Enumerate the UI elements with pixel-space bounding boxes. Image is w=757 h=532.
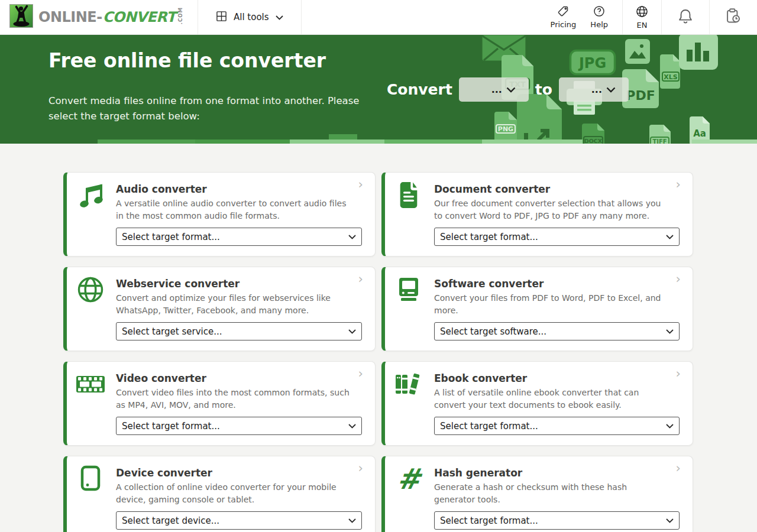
hero-bottom-strip xyxy=(0,140,757,144)
card-webservice-converter[interactable]: › Webservice converter Convert and optim… xyxy=(63,267,376,351)
language-label: EN xyxy=(637,21,648,30)
help-label: Help xyxy=(590,20,608,29)
target-device-select[interactable]: Select target device... xyxy=(116,511,362,530)
card-software-converter[interactable]: › Software converter Convert your files … xyxy=(381,267,693,351)
svg-text:PDF: PDF xyxy=(626,88,655,103)
quick-convert-bar: Convert ... to ... xyxy=(387,77,629,102)
tag-icon xyxy=(557,5,569,19)
card-description: Convert your files from PDF to Word, PDF… xyxy=(434,292,680,317)
target-format-select[interactable]: Select target format... xyxy=(116,228,362,246)
svg-text:XLS: XLS xyxy=(664,73,677,81)
all-tools-menu[interactable]: All tools xyxy=(198,0,302,34)
conversion-queue-button[interactable] xyxy=(710,8,757,27)
brand-online: ONLINE- xyxy=(38,9,102,25)
books-icon xyxy=(394,369,423,399)
globe-icon xyxy=(76,275,105,304)
hero-banner: JPG XLS PDF xyxy=(0,35,757,144)
convert-label: Convert xyxy=(387,81,452,98)
image-icon xyxy=(625,39,650,64)
card-description: A collection of online video converter f… xyxy=(116,481,362,506)
brand-tld: .COM xyxy=(177,7,183,24)
target-format-select[interactable]: Select target format... xyxy=(116,417,362,435)
chevron-down-icon xyxy=(606,87,616,93)
target-format-select[interactable]: Select target format... xyxy=(434,511,680,530)
target-format-value: ... xyxy=(591,84,602,95)
brand-convert: CONVERT xyxy=(103,9,176,25)
chevron-down-icon xyxy=(506,87,516,93)
converter-list: › Audio converter A versatile online aud… xyxy=(0,144,757,532)
pricing-label: Pricing xyxy=(551,20,577,29)
target-service-select[interactable]: Select target service... xyxy=(116,322,362,340)
document-icon xyxy=(394,180,423,210)
card-video-converter[interactable]: › Video converter Convert video files in… xyxy=(63,361,376,446)
card-title: Webservice converter xyxy=(116,278,362,290)
bar-chart-icon xyxy=(679,35,718,70)
question-circle-icon xyxy=(593,5,605,19)
chevron-right-icon[interactable]: › xyxy=(676,273,681,286)
svg-text:PNG: PNG xyxy=(498,125,513,133)
globe-icon xyxy=(636,5,648,20)
pricing-link[interactable]: Pricing xyxy=(544,5,584,29)
card-title: Video converter xyxy=(116,372,362,384)
card-title: Audio converter xyxy=(116,183,362,195)
chevron-right-icon[interactable]: › xyxy=(676,179,681,191)
card-device-converter[interactable]: › Device converter A collection of onlin… xyxy=(63,456,376,532)
logo-mark-icon xyxy=(9,4,33,30)
chevron-right-icon[interactable]: › xyxy=(358,462,363,475)
card-ebook-converter[interactable]: › Ebook converter A list of versatile on… xyxy=(381,361,693,446)
card-description: A versatile online audio converter to co… xyxy=(116,197,362,222)
chevron-right-icon[interactable]: › xyxy=(358,273,363,286)
target-format-select[interactable]: Select target format... xyxy=(434,228,680,246)
chevron-down-icon xyxy=(276,12,283,22)
source-format-value: ... xyxy=(491,84,502,95)
help-link[interactable]: Help xyxy=(583,5,615,29)
music-note-icon xyxy=(76,180,105,210)
computer-icon xyxy=(394,275,423,304)
card-title: Hash generator xyxy=(434,467,680,479)
site-logo[interactable]: ONLINE- CONVERT .COM xyxy=(0,0,198,34)
svg-text:Aa: Aa xyxy=(693,128,706,139)
card-title: Device converter xyxy=(116,467,362,479)
card-title: Software converter xyxy=(434,278,680,290)
card-description: A list of versatile online ebook convert… xyxy=(434,387,680,411)
language-selector[interactable]: EN xyxy=(623,5,661,30)
to-label: to xyxy=(535,81,552,98)
jpg-badge-icon: JPG xyxy=(569,49,616,76)
card-hash-generator[interactable]: # › Hash generator Generate a hash or ch… xyxy=(381,456,693,532)
target-format-select[interactable]: Select target format... xyxy=(434,417,680,435)
clipboard-clock-icon xyxy=(725,8,742,27)
notifications-button[interactable] xyxy=(662,8,709,27)
card-title: Document converter xyxy=(434,183,680,195)
header-right: Pricing Help xyxy=(536,0,757,34)
chevron-right-icon[interactable]: › xyxy=(358,368,363,380)
top-navbar: ONLINE- CONVERT .COM All tools xyxy=(0,0,757,35)
target-software-select[interactable]: Select target software... xyxy=(434,322,680,340)
card-audio-converter[interactable]: › Audio converter A versatile online aud… xyxy=(63,172,376,257)
card-document-converter[interactable]: › Document converter Our free document c… xyxy=(381,172,693,257)
card-description: Generate a hash or checksum with these h… xyxy=(434,481,680,506)
target-format-select-hero[interactable]: ... xyxy=(559,77,629,102)
svg-text:JPG: JPG xyxy=(578,55,606,72)
brand-wordmark: ONLINE- CONVERT .COM xyxy=(38,9,183,25)
card-title: Ebook converter xyxy=(434,372,680,384)
bell-icon xyxy=(677,8,694,27)
all-tools-label: All tools xyxy=(234,12,269,22)
chevron-right-icon[interactable]: › xyxy=(358,179,363,191)
tablet-icon xyxy=(76,464,105,494)
film-icon xyxy=(76,369,105,399)
card-description: Convert and optimize your files for webs… xyxy=(116,292,362,317)
chevron-right-icon[interactable]: › xyxy=(676,368,681,380)
page-title: Free online file converter xyxy=(48,49,326,72)
card-description: Convert video files into the most common… xyxy=(116,387,362,411)
chevron-right-icon[interactable]: › xyxy=(676,462,681,475)
page-subtitle: Convert media files online from one form… xyxy=(48,93,375,124)
hash-icon: # xyxy=(394,464,423,494)
source-format-select[interactable]: ... xyxy=(459,77,529,102)
grid-icon xyxy=(216,11,227,24)
card-description: Our free document converter selection th… xyxy=(434,197,680,222)
